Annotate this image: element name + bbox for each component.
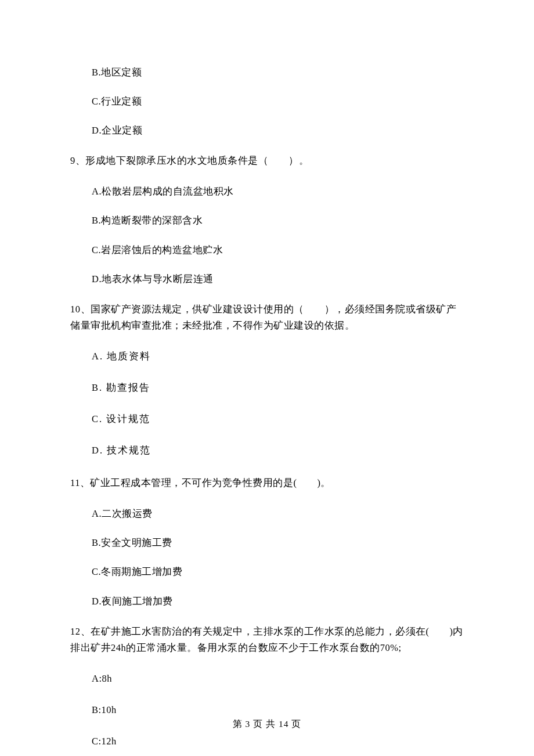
question-10: 10、国家矿产资源法规定，供矿业建设设计使用的（ ），必须经国务院或省级矿产储量… — [70, 301, 464, 334]
option-text: A.二次搬运费 — [70, 507, 464, 520]
option-text: C. 设计规范 — [70, 412, 464, 426]
option-text: A:8h — [70, 672, 464, 685]
option-text: D.夜间施工增加费 — [70, 595, 464, 608]
option-text: C.岩层溶蚀后的构造盆地贮水 — [70, 243, 464, 257]
question-11: 11、矿业工程成本管理，不可作为竞争性费用的是( )。 — [70, 475, 464, 491]
option-text: B.地区定额 — [70, 66, 464, 79]
option-text: B. 勘查报告 — [70, 381, 464, 394]
option-text: B.安全文明施工费 — [70, 536, 464, 549]
option-text: D.地表水体与导水断层连通 — [70, 272, 464, 286]
page-content: B.地区定额 C.行业定额 D.企业定额 9、形成地下裂隙承压水的水文地质条件是… — [0, 66, 534, 756]
question-12: 12、在矿井施工水害防治的有关规定中，主排水泵的工作水泵的总能力，必须在( )内… — [70, 624, 464, 656]
option-text: D.企业定额 — [70, 124, 464, 137]
option-text: A. 地质资料 — [70, 350, 464, 363]
option-text: A.松散岩层构成的自流盆地积水 — [70, 185, 464, 198]
option-text: B:10h — [70, 703, 464, 717]
option-text: C:12h — [70, 735, 464, 748]
option-text: C.冬雨期施工增加费 — [70, 565, 464, 578]
option-text: D. 技术规范 — [70, 444, 464, 457]
page-footer: 第 3 页 共 14 页 — [0, 718, 534, 730]
option-text: C.行业定额 — [70, 95, 464, 108]
question-9: 9、形成地下裂隙承压水的水文地质条件是（ ）。 — [70, 153, 464, 169]
option-text: B.构造断裂带的深部含水 — [70, 214, 464, 227]
